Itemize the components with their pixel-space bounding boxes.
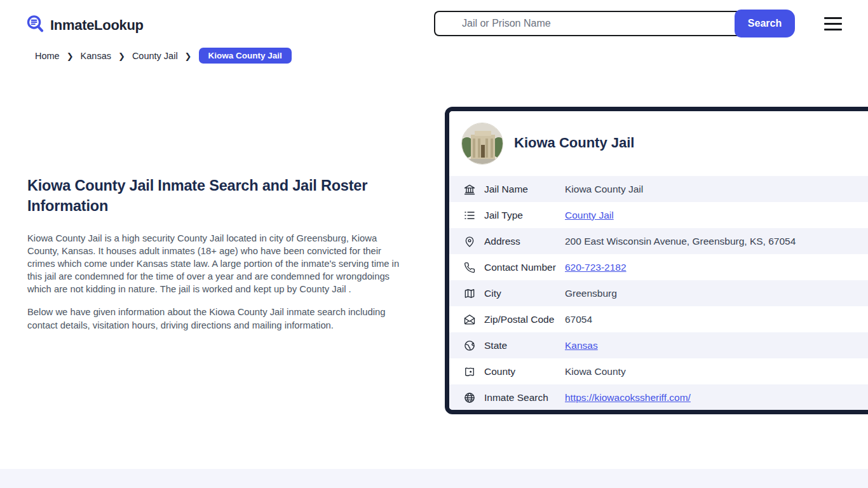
header: InmateLookup Search [0, 0, 868, 44]
row-label: County [484, 366, 565, 377]
row-value-link[interactable]: County Jail [565, 210, 614, 220]
footer-band [0, 469, 868, 488]
breadcrumb-link[interactable]: County Jail [132, 51, 178, 61]
row-value-link[interactable]: Kansas [565, 340, 598, 351]
jail-info-table: Jail NameKiowa County JailJail TypeCount… [449, 176, 868, 410]
row-value: https://kiowacokssheriff.com/ [565, 392, 691, 403]
row-value: Greensburg [565, 288, 617, 299]
breadcrumb: Home❯Kansas❯County Jail❯Kiowa County Jai… [35, 48, 292, 64]
table-row: CityGreensburg [449, 280, 868, 306]
row-label: Zip/Postal Code [484, 314, 565, 325]
row-value: 200 East Wisconsin Avenue, Greensburg, K… [565, 236, 796, 247]
row-label: Inmate Search [484, 392, 565, 403]
search-bar: Search [434, 10, 795, 37]
chevron-right-icon: ❯ [118, 51, 125, 61]
table-row: Jail TypeCounty Jail [449, 202, 868, 228]
courthouse-photo [461, 123, 503, 165]
table-row: StateKansas [449, 332, 868, 358]
row-value: Kansas [565, 340, 598, 351]
article: Kiowa County Jail Inmate Search and Jail… [27, 175, 405, 342]
map-icon [463, 287, 476, 300]
chevron-right-icon: ❯ [185, 51, 192, 61]
row-label: State [484, 340, 565, 351]
chevron-right-icon: ❯ [67, 51, 74, 61]
row-label: City [484, 288, 565, 299]
table-row: CountyKiowa County [449, 358, 868, 384]
row-value: Kiowa County [565, 366, 626, 377]
magnifier-list-icon [25, 14, 45, 36]
envelope-open-icon [463, 313, 476, 326]
card-header: Kiowa County Jail [449, 111, 868, 176]
brand-name: InmateLookup [50, 17, 144, 34]
globe-earth-icon [463, 339, 476, 352]
map-pin-icon [463, 235, 476, 248]
search-button[interactable]: Search [735, 10, 795, 37]
search-input[interactable] [434, 11, 739, 36]
card-title: Kiowa County Jail [514, 135, 634, 151]
phone-icon [463, 261, 476, 274]
table-row: Address200 East Wisconsin Avenue, Greens… [449, 228, 868, 254]
row-label: Jail Type [484, 210, 565, 221]
row-value-link[interactable]: 620-723-2182 [565, 262, 627, 273]
row-value: Kiowa County Jail [565, 184, 643, 195]
list-icon [463, 209, 476, 222]
page: InmateLookup Search Home❯Kansas❯County J… [0, 0, 868, 488]
table-row: Jail NameKiowa County Jail [449, 176, 868, 202]
row-value: County Jail [565, 210, 614, 221]
brand-logo[interactable]: InmateLookup [25, 14, 144, 36]
breadcrumb-current-badge: Kiowa County Jail [199, 48, 292, 64]
details-paragraph: Below we have given information about th… [27, 306, 405, 331]
row-label: Address [484, 236, 565, 247]
bank-icon [463, 183, 476, 196]
breadcrumb-link[interactable]: Kansas [81, 51, 111, 61]
row-label: Contact Number [484, 262, 565, 273]
breadcrumb-link[interactable]: Home [35, 51, 60, 61]
hamburger-menu-icon[interactable] [824, 17, 842, 30]
table-row: Zip/Postal Code67054 [449, 306, 868, 332]
table-row: Inmate Searchhttps://kiowacokssheriff.co… [449, 384, 868, 410]
county-map-icon [463, 365, 476, 378]
row-value-link[interactable]: https://kiowacokssheriff.com/ [565, 392, 691, 403]
row-label: Jail Name [484, 184, 565, 195]
jail-info-card: Kiowa County Jail Jail NameKiowa County … [445, 107, 868, 414]
row-value: 67054 [565, 314, 592, 325]
table-row: Contact Number620-723-2182 [449, 254, 868, 280]
globe-web-icon [463, 391, 476, 404]
intro-paragraph: Kiowa County Jail is a high security Cou… [27, 232, 405, 296]
row-value: 620-723-2182 [565, 262, 627, 273]
page-title: Kiowa County Jail Inmate Search and Jail… [27, 175, 405, 217]
